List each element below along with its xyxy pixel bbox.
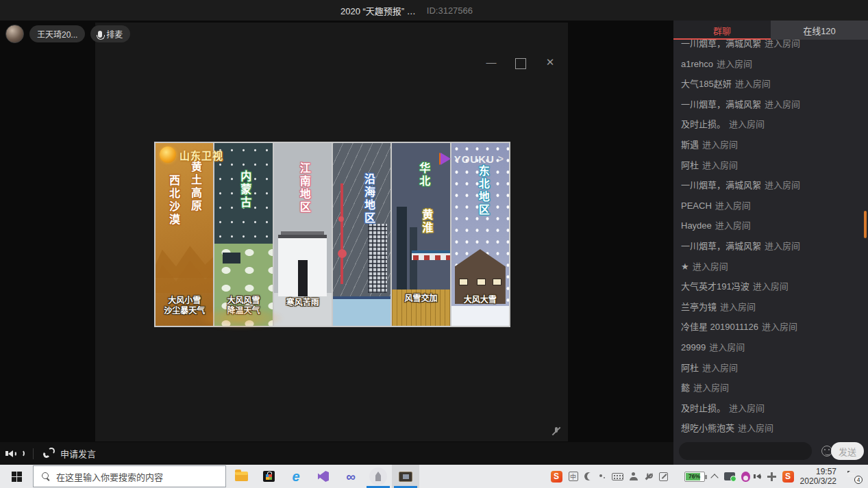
divider xyxy=(33,448,34,459)
window-title: 2020 “天趣预报” … xyxy=(340,4,416,17)
chat-message: 懿进入房间 xyxy=(681,378,857,398)
panel-coastal: 沿海地区 xyxy=(333,143,390,326)
ms-store-icon xyxy=(263,471,275,482)
keyboard-icon[interactable] xyxy=(612,473,623,480)
title-bar: 2020 “天趣预报” … ID:3127566 xyxy=(0,0,868,21)
taskbar-file-explorer[interactable] xyxy=(227,465,255,488)
weather-label: 风雪交加 xyxy=(392,294,449,304)
region-label: 西北沙漠 xyxy=(165,175,182,227)
maximize-icon[interactable] xyxy=(515,58,526,69)
app-window: 2020 “天趣预报” … ID:3127566 王天琦20... 排麦 — ✕ xyxy=(0,0,868,488)
panel-inner-mongolia: 内蒙古 大风风雪 降温天气 xyxy=(214,143,272,326)
notification-badge: 4 xyxy=(854,476,863,484)
close-icon[interactable]: ✕ xyxy=(545,57,556,68)
host-name-pill[interactable]: 王天琦20... xyxy=(29,25,85,42)
qq-icon[interactable] xyxy=(741,472,750,482)
mic-queue-pill[interactable]: 排麦 xyxy=(90,25,130,42)
chat-message: 想吃小熊泡芙进入房间 xyxy=(681,418,857,439)
chat-message: 一川烟草，满城风絮进入房间 xyxy=(681,94,857,115)
windows-logo-icon xyxy=(12,472,22,482)
send-button[interactable]: 发送 xyxy=(831,442,864,460)
battery-icon[interactable]: 76% xyxy=(684,472,705,482)
clock-date: 2020/3/22 xyxy=(800,476,836,486)
file-explorer-icon xyxy=(235,472,248,481)
microphone-icon xyxy=(98,31,102,38)
sogou-tray-icon[interactable]: S xyxy=(782,471,794,483)
clock-time: 19:57 xyxy=(800,467,836,476)
chat-message: 斯遇进入房间 xyxy=(681,135,857,155)
moon-icon[interactable] xyxy=(584,472,593,480)
minimize-icon[interactable]: — xyxy=(486,57,497,68)
rocket-app-icon xyxy=(369,467,387,485)
taskbar-devops[interactable]: ∞ xyxy=(337,465,364,488)
chat-message: PEACH进入房间 xyxy=(681,196,857,216)
region-label: 内蒙古 xyxy=(236,170,253,209)
edit-icon[interactable] xyxy=(659,472,668,481)
person-icon[interactable] xyxy=(630,472,638,480)
tab-group-chat[interactable]: 群聊 xyxy=(673,21,771,40)
chat-input[interactable] xyxy=(679,442,812,460)
chat-message: 一川烟草，满城风絮进入房间 xyxy=(681,175,857,196)
room-id: ID:3127566 xyxy=(427,5,473,16)
touch-dots-icon[interactable] xyxy=(599,473,606,480)
chat-message: 阿杜进入房间 xyxy=(681,358,857,378)
weather-forecast-graphic: 山东卫视 YOUKU > 西北沙漠 黄土高原 大风小雪 沙尘暴天气 xyxy=(154,142,510,327)
ime-cross-icon[interactable] xyxy=(767,472,776,481)
chat-message: 29999进入房间 xyxy=(681,337,857,358)
chat-message: 阿杜进入房间 xyxy=(681,155,857,176)
region-label: 江南地区 xyxy=(296,162,312,214)
taskbar-rocket-app[interactable] xyxy=(364,465,392,488)
weather-label: 大风大雪 xyxy=(451,295,509,305)
host-avatar[interactable] xyxy=(5,25,24,43)
chevron-up-icon[interactable] xyxy=(711,473,718,480)
wallet-icon[interactable] xyxy=(724,472,735,480)
taskbar-search[interactable]: 在这里输入你要搜索的内容 xyxy=(33,465,226,487)
chat-panel: 群聊 在线120 一川烟草，满城风絮进入房间 a1rehco进入房间 大气185… xyxy=(673,21,868,465)
taskbar-ms-store[interactable] xyxy=(255,465,282,488)
chat-message: Haydee进入房间 xyxy=(681,216,857,236)
panel-jiangnan: 江南地区 寒风苦雨 xyxy=(274,143,332,326)
notification-center[interactable]: 4 xyxy=(846,471,860,482)
ime-mode-icon[interactable]: 中 xyxy=(569,472,578,481)
taskbar-internet-explorer[interactable]: e xyxy=(282,465,310,488)
start-button[interactable] xyxy=(0,465,33,488)
chat-message: 及时止损。进入房间 xyxy=(681,114,857,135)
chat-message: 大气185赵妍进入房间 xyxy=(681,74,857,94)
shandong-tv-sun-icon xyxy=(160,146,176,163)
search-placeholder: 在这里输入你要搜索的内容 xyxy=(56,470,163,483)
room-footer: 申请发言 xyxy=(0,442,673,465)
chat-message: a1rehco进入房间 xyxy=(681,54,857,75)
tab-online-count[interactable]: 在线120 xyxy=(771,21,868,40)
internet-explorer-icon: e xyxy=(292,470,299,483)
chat-message: 一川烟草，满城风絮进入房间 xyxy=(681,40,857,54)
panel-northwest: 西北沙漠 黄土高原 大风小雪 沙尘暴天气 xyxy=(156,143,213,326)
sogou-input-icon[interactable]: S xyxy=(551,471,562,483)
request-speak-icon xyxy=(43,448,55,459)
taskbar-active-app[interactable] xyxy=(392,465,419,488)
chat-message-list[interactable]: 一川烟草，满城风絮进入房间 a1rehco进入房间 大气185赵妍进入房间 一川… xyxy=(673,40,868,439)
weather-label: 寒风苦雨 xyxy=(274,298,332,308)
host-name: 王天琦20... xyxy=(37,28,77,40)
request-speak-button[interactable]: 申请发言 xyxy=(60,447,96,460)
chat-message: 及时止损。进入房间 xyxy=(681,398,857,419)
infinity-icon: ∞ xyxy=(346,470,356,483)
chat-tabs: 群聊 在线120 xyxy=(673,21,868,40)
search-icon xyxy=(42,472,50,480)
chat-message: ★进入房间 xyxy=(681,257,857,277)
watermark xyxy=(195,307,284,330)
chat-input-row: 发送 xyxy=(673,440,868,462)
muted-mic-icon[interactable] xyxy=(551,426,561,436)
active-app-icon xyxy=(399,472,412,482)
video-stage: 王天琦20... 排麦 — ✕ 山东卫视 YOUKU xyxy=(0,21,673,442)
chat-scrollbar[interactable] xyxy=(864,211,867,238)
volume-icon[interactable] xyxy=(756,474,761,479)
speaker-icon[interactable] xyxy=(8,450,25,457)
mic-queue-label: 排麦 xyxy=(106,28,123,40)
taskbar-visual-studio[interactable] xyxy=(310,465,337,488)
region-label: 黄淮 xyxy=(418,209,434,235)
taskbar-clock[interactable]: 19:57 2020/3/22 xyxy=(800,467,836,486)
wrench-icon[interactable] xyxy=(644,472,653,481)
panel-north-china: 华北 黄淮 风雪交加 xyxy=(392,143,449,326)
youku-play-icon xyxy=(441,153,451,165)
panel-northeast: 东北地区 大风大雪 xyxy=(451,143,509,326)
